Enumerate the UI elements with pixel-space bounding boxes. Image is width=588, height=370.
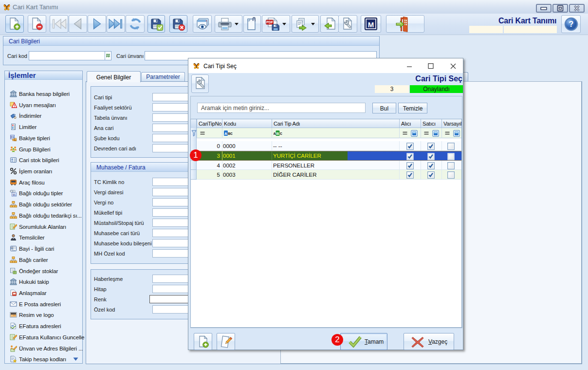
svg-text:01: 01 — [11, 135, 15, 139]
svg-text:C: C — [280, 131, 282, 136]
svg-text:A: A — [274, 131, 276, 136]
svg-text:M: M — [368, 20, 374, 29]
svg-text:PDF: PDF — [266, 20, 274, 24]
svg-text:B: B — [276, 131, 279, 136]
svg-text:01: 01 — [13, 193, 16, 196]
svg-text:A: A — [224, 131, 227, 136]
svg-text:BC: BC — [228, 131, 233, 136]
svg-text:?: ? — [569, 20, 574, 28]
